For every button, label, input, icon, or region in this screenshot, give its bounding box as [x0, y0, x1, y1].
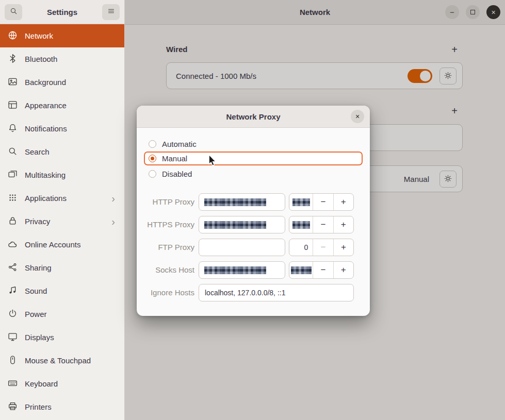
minus-icon: −	[320, 197, 325, 207]
sidebar-item-label: Bluetooth	[25, 55, 117, 63]
search-icon	[9, 7, 18, 17]
redacted-value	[204, 221, 266, 229]
increment-button[interactable]: +	[333, 262, 353, 278]
sidebar-item-privacy[interactable]: Privacy ›	[0, 210, 124, 233]
http-proxy-port-spinner[interactable]: − +	[289, 193, 354, 211]
dialog-headerbar: Network Proxy ×	[137, 106, 370, 128]
sidebar-item-sharing[interactable]: Sharing	[0, 256, 124, 279]
monitor-icon	[7, 331, 18, 344]
gnome-settings-window: Settings Network Bluetooth Background	[0, 0, 505, 420]
keyboard-icon	[7, 378, 18, 390]
sidebar-item-sound[interactable]: Sound	[0, 279, 124, 303]
http-proxy-label: HTTP Proxy	[137, 193, 194, 211]
sidebar-headerbar: Settings	[0, 0, 124, 24]
sidebar-item-notifications[interactable]: Notifications	[0, 117, 124, 140]
option-label: Automatic	[162, 140, 197, 148]
increment-button[interactable]: +	[333, 239, 353, 256]
radio-unchecked-icon	[149, 140, 156, 148]
mouse-cursor	[208, 154, 217, 166]
sidebar-item-label: Background	[25, 78, 117, 87]
sidebar-item-label: Online Accounts	[25, 240, 117, 249]
proxy-option-disabled[interactable]: Disabled	[144, 167, 363, 181]
redacted-value	[292, 198, 310, 206]
proxy-option-automatic[interactable]: Automatic	[144, 137, 363, 151]
ftp-proxy-port-spinner[interactable]: 0 − +	[289, 239, 354, 256]
sidebar-item-keyboard[interactable]: Keyboard	[0, 372, 124, 395]
decrement-button[interactable]: −	[313, 194, 333, 210]
radio-dot	[151, 157, 154, 160]
sidebar-item-label: Printers	[25, 402, 117, 411]
port-value	[289, 262, 313, 278]
sidebar-item-label: Notifications	[25, 124, 117, 133]
sidebar-item-label: Mouse & Touchpad	[25, 356, 117, 365]
sidebar-item-label: Displays	[25, 333, 117, 342]
chevron-right-icon: ›	[111, 216, 117, 227]
sidebar-item-label: Applications	[25, 194, 105, 203]
port-value: 0	[289, 239, 313, 256]
close-icon: ×	[355, 112, 360, 121]
primary-menu-button[interactable]	[102, 4, 120, 20]
sidebar-item-label: Sound	[25, 287, 117, 295]
sidebar-item-appearance[interactable]: Appearance	[0, 94, 124, 117]
sidebar-item-multitasking[interactable]: Multitasking	[0, 163, 124, 187]
search-button[interactable]	[5, 4, 22, 20]
sidebar-item-search[interactable]: Search	[0, 140, 124, 163]
cloud-icon	[7, 239, 18, 251]
socks-port-spinner[interactable]: − +	[289, 261, 354, 279]
minus-icon: −	[321, 242, 326, 253]
increment-button[interactable]: +	[333, 216, 353, 233]
sidebar-item-applications[interactable]: Applications ›	[0, 187, 124, 210]
bell-icon	[7, 123, 18, 135]
chevron-right-icon: ›	[111, 193, 117, 204]
lock-icon	[7, 215, 18, 228]
redacted-value	[204, 198, 266, 206]
sidebar-item-background[interactable]: Background	[0, 71, 124, 94]
sidebar-item-label: Multitasking	[25, 171, 117, 179]
plus-icon: +	[341, 220, 346, 230]
sidebar-item-network[interactable]: Network	[0, 24, 124, 47]
decrement-button[interactable]: −	[313, 239, 333, 256]
sidebar-item-label: Sharing	[25, 263, 117, 272]
sidebar-item-displays[interactable]: Displays	[0, 326, 124, 349]
ignore-hosts-input[interactable]: localhost, 127.0.0.0/8, ::1	[199, 284, 354, 301]
sidebar-item-printers[interactable]: Printers	[0, 395, 124, 418]
decrement-button[interactable]: −	[313, 262, 333, 278]
https-proxy-port-spinner[interactable]: − +	[289, 216, 354, 233]
option-label: Disabled	[162, 170, 192, 178]
http-proxy-row: HTTP Proxy − +	[137, 193, 370, 211]
mouse-icon	[7, 355, 18, 367]
https-proxy-host-input[interactable]	[199, 216, 285, 233]
minus-icon: −	[320, 220, 325, 230]
ftp-proxy-label: FTP Proxy	[137, 239, 194, 256]
plus-icon: +	[341, 242, 346, 253]
sidebar-item-power[interactable]: Power	[0, 303, 124, 326]
plus-icon: +	[341, 197, 346, 207]
hamburger-menu-icon	[107, 7, 116, 17]
app-title: Settings	[25, 8, 99, 16]
redacted-value	[291, 266, 312, 274]
socks-host-input[interactable]	[199, 261, 285, 279]
sidebar-item-label: Network	[25, 31, 117, 40]
ftp-proxy-host-input[interactable]	[199, 239, 285, 256]
increment-button[interactable]: +	[333, 194, 353, 210]
bluetooth-icon	[7, 53, 18, 65]
sidebar-item-mouse-touchpad[interactable]: Mouse & Touchpad	[0, 349, 124, 372]
ignore-hosts-row: Ignore Hosts localhost, 127.0.0.0/8, ::1	[137, 284, 370, 301]
dialog-title: Network Proxy	[137, 106, 370, 127]
decrement-button[interactable]: −	[313, 216, 333, 233]
port-value	[289, 216, 313, 233]
dialog-close-button[interactable]: ×	[351, 110, 364, 123]
sidebar-item-label: Power	[25, 310, 117, 318]
https-proxy-label: HTTPS Proxy	[137, 216, 194, 233]
sidebar-item-label: Privacy	[25, 217, 105, 226]
sidebar-item-online-accounts[interactable]: Online Accounts	[0, 233, 124, 256]
radio-checked-icon	[149, 155, 156, 162]
sidebar-item-bluetooth[interactable]: Bluetooth	[0, 47, 124, 71]
share-nodes-icon	[7, 262, 18, 274]
sidebar: Settings Network Bluetooth Background	[0, 0, 125, 420]
appearance-icon	[7, 99, 18, 112]
network-proxy-dialog: Network Proxy × Automatic Manual Disable…	[137, 106, 370, 316]
proxy-option-manual[interactable]: Manual	[144, 152, 363, 165]
power-icon	[7, 308, 18, 321]
http-proxy-host-input[interactable]	[199, 193, 285, 211]
